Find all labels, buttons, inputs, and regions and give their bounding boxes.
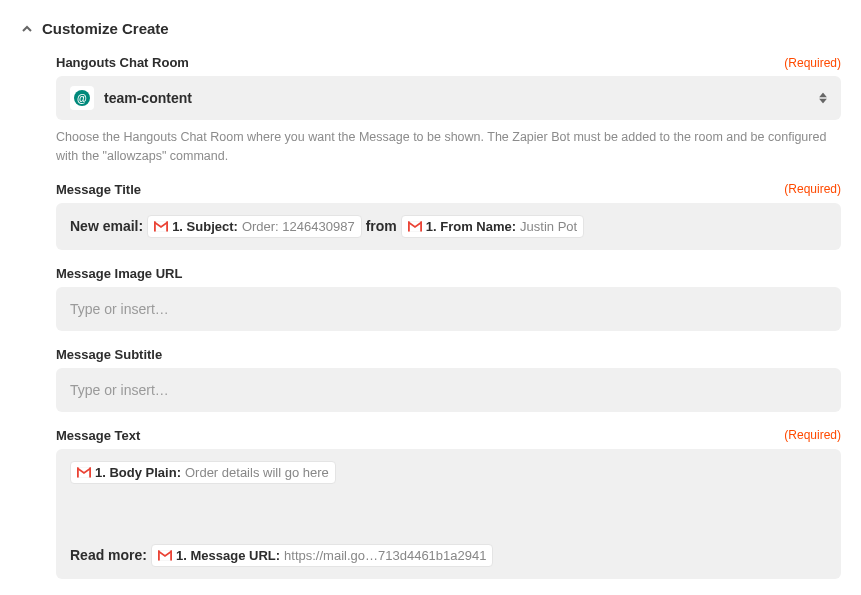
hangouts-icon: @ xyxy=(70,86,94,110)
subject-pill[interactable]: 1. Subject: Order: 1246430987 xyxy=(147,215,362,238)
placeholder-text: Type or insert… xyxy=(70,301,169,317)
from-name-pill[interactable]: 1. From Name: Justin Pot xyxy=(401,215,584,238)
body-plain-pill[interactable]: 1. Body Plain: Order details will go her… xyxy=(70,461,336,484)
pill-value: https://mail.go…713d4461b1a2941 xyxy=(284,548,486,563)
title-prefix-text: New email: xyxy=(70,218,143,234)
gmail-icon xyxy=(408,221,422,232)
gmail-icon xyxy=(158,550,172,561)
pill-label: 1. Subject: xyxy=(172,219,238,234)
pill-value: Justin Pot xyxy=(520,219,577,234)
pill-label: 1. From Name: xyxy=(426,219,516,234)
collapse-icon[interactable] xyxy=(20,22,34,36)
message-image-url-label: Message Image URL xyxy=(56,266,182,281)
message-subtitle-label: Message Subtitle xyxy=(56,347,162,362)
required-badge: (Required) xyxy=(784,56,841,70)
field-message-subtitle: Message Subtitle Type or insert… xyxy=(56,347,841,412)
svg-rect-8 xyxy=(89,467,91,477)
pill-label: 1. Body Plain: xyxy=(95,465,181,480)
svg-rect-4 xyxy=(408,221,410,231)
pill-value: Order details will go here xyxy=(185,465,329,480)
select-arrows-icon xyxy=(819,93,827,104)
chat-room-label: Hangouts Chat Room xyxy=(56,55,189,70)
svg-rect-11 xyxy=(170,550,172,560)
message-text-label: Message Text xyxy=(56,428,140,443)
message-title-input[interactable]: New email: 1. Subject: Order: 1246430987… xyxy=(56,203,841,250)
chat-room-select[interactable]: @ team-content xyxy=(56,76,841,120)
required-badge: (Required) xyxy=(784,428,841,442)
title-middle-text: from xyxy=(366,218,397,234)
section-header: Customize Create xyxy=(20,20,841,37)
placeholder-text: Type or insert… xyxy=(70,382,169,398)
text-cursor xyxy=(70,492,71,510)
pill-value: Order: 1246430987 xyxy=(242,219,355,234)
section-title: Customize Create xyxy=(42,20,169,37)
field-message-text: Message Text (Required) 1. Body Plain: O… xyxy=(56,428,841,579)
chat-room-value: team-content xyxy=(104,90,192,106)
chat-room-help: Choose the Hangouts Chat Room where you … xyxy=(56,128,841,166)
message-subtitle-input[interactable]: Type or insert… xyxy=(56,368,841,412)
svg-rect-5 xyxy=(420,221,422,231)
svg-rect-1 xyxy=(154,221,156,231)
message-url-pill[interactable]: 1. Message URL: https://mail.go…713d4461… xyxy=(151,544,493,567)
svg-rect-7 xyxy=(77,467,79,477)
pill-label: 1. Message URL: xyxy=(176,548,280,563)
message-title-label: Message Title xyxy=(56,182,141,197)
gmail-icon xyxy=(154,221,168,232)
field-message-image-url: Message Image URL Type or insert… xyxy=(56,266,841,331)
message-text-input[interactable]: 1. Body Plain: Order details will go her… xyxy=(56,449,841,579)
svg-rect-10 xyxy=(158,550,160,560)
gmail-icon xyxy=(77,467,91,478)
field-message-title: Message Title (Required) New email: 1. S… xyxy=(56,182,841,250)
field-chat-room: Hangouts Chat Room (Required) @ team-con… xyxy=(56,55,841,166)
svg-rect-2 xyxy=(166,221,168,231)
read-more-text: Read more: xyxy=(70,547,147,563)
message-image-url-input[interactable]: Type or insert… xyxy=(56,287,841,331)
required-badge: (Required) xyxy=(784,182,841,196)
